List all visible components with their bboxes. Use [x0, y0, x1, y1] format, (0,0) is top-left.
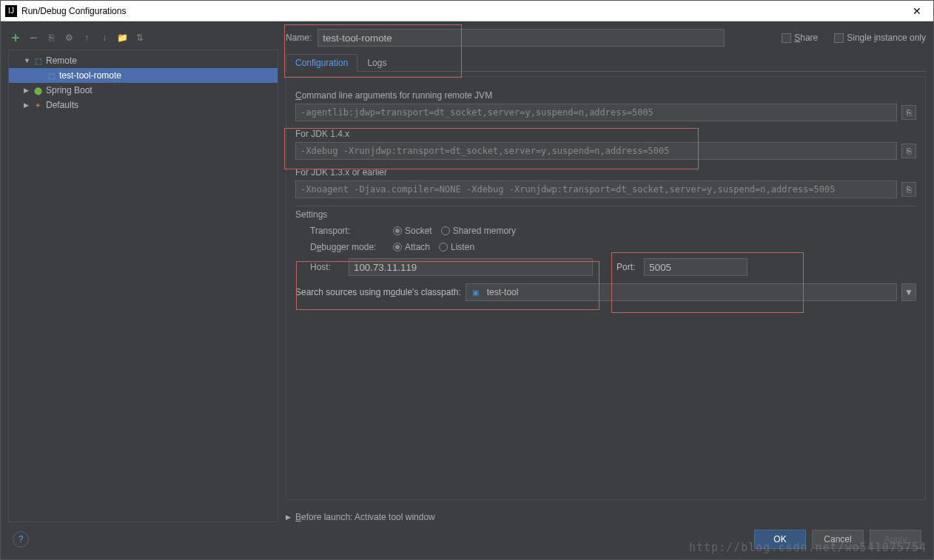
main: + − ⎘ ⚙ ↑ ↓ 📁 ⇅ ▼ ⬚ Remote ⬚ — [1, 21, 933, 559]
window-title: Run/Debug Configurations — [21, 6, 905, 16]
window: IJ Run/Debug Configurations ✕ + − ⎘ ⚙ ↑ … — [0, 0, 934, 560]
port-input[interactable] — [644, 258, 747, 276]
sidebar: + − ⎘ ⚙ ↑ ↓ 📁 ⇅ ▼ ⬚ Remote ⬚ — [8, 29, 278, 522]
config-panel: Command line arguments for running remot… — [286, 76, 926, 500]
port-label: Port: — [616, 262, 635, 272]
titlebar: IJ Run/Debug Configurations ✕ — [1, 1, 933, 21]
copy-button[interactable]: ⎘ — [901, 105, 916, 120]
debugger-listen-radio[interactable]: Listen — [439, 242, 474, 252]
transport-label: Transport: — [310, 226, 384, 236]
name-input[interactable] — [318, 29, 725, 47]
transport-row: Transport: Socket Shared memory — [310, 226, 916, 236]
copy-config-icon[interactable]: ⎘ — [45, 32, 57, 44]
tree-item-remote[interactable]: ▼ ⬚ Remote — [9, 53, 278, 68]
name-row: Name: Share Single instance only — [286, 29, 926, 47]
watermark: http://blog.csdn.net/wo541075754 — [689, 541, 927, 554]
add-icon[interactable]: + — [10, 32, 21, 44]
expand-icon[interactable]: ▶ — [24, 87, 31, 94]
tab-configuration[interactable]: Configuration — [286, 54, 357, 72]
expand-icon[interactable]: ▶ — [24, 101, 31, 109]
debugger-mode-row: Debugger mode: Attach Listen — [310, 242, 916, 252]
jdk13-field[interactable]: -Xnoagent -Djava.compiler=NONE -Xdebug -… — [295, 181, 897, 198]
copy-button[interactable]: ⎘ — [901, 182, 916, 197]
tree-item-test-tool-romote[interactable]: ⬚ test-tool-romote — [9, 68, 278, 83]
debugger-attach-radio[interactable]: Attach — [393, 242, 430, 252]
module-label: Search sources using module's classpath: — [295, 287, 461, 297]
settings-group: Settings Transport: Socket Shared memory — [295, 206, 916, 276]
radio-icon — [441, 226, 450, 235]
radio-label: Socket — [405, 226, 432, 236]
remove-icon[interactable]: − — [27, 32, 39, 44]
radio-icon — [439, 243, 448, 252]
expand-icon: ▶ — [286, 513, 291, 521]
settings-icon[interactable]: ⚙ — [63, 32, 75, 44]
host-label: Host: — [310, 262, 340, 272]
transport-socket-radio[interactable]: Socket — [393, 226, 432, 236]
radio-label: Listen — [451, 242, 474, 252]
defaults-icon: ✦ — [33, 100, 43, 110]
content: Name: Share Single instance only Configu… — [286, 29, 926, 522]
transport-shared-radio[interactable]: Shared memory — [441, 226, 516, 236]
host-port-row: Host: Port: — [310, 258, 916, 276]
body-area: + − ⎘ ⚙ ↑ ↓ 📁 ⇅ ▼ ⬚ Remote ⬚ — [8, 29, 926, 522]
help-button[interactable]: ? — [13, 531, 29, 547]
checkbox-icon — [782, 33, 791, 43]
expand-icon[interactable]: ▼ — [24, 57, 31, 64]
name-label: Name: — [286, 33, 312, 43]
share-label: Share — [794, 33, 818, 43]
remote-icon: ⬚ — [46, 70, 56, 81]
dropdown-icon[interactable]: ▼ — [901, 283, 916, 301]
radio-label: Attach — [405, 242, 430, 252]
tabs: Configuration Logs — [286, 54, 926, 72]
tree-item-defaults[interactable]: ▶ ✦ Defaults — [9, 98, 278, 112]
single-instance-label: Single instance only — [847, 33, 926, 43]
settings-label: Settings — [295, 209, 916, 220]
sidebar-toolbar: + − ⎘ ⚙ ↑ ↓ 📁 ⇅ — [8, 29, 278, 50]
cmd-field[interactable]: -agentlib:jdwp=transport=dt_socket,serve… — [295, 104, 897, 121]
radio-icon — [393, 226, 402, 235]
debugger-mode-label: Debugger mode: — [310, 242, 384, 252]
share-checkbox[interactable]: Share — [782, 33, 818, 43]
tree-label: test-tool-romote — [59, 70, 121, 81]
module-value: test-tool — [487, 287, 519, 297]
module-icon: ▣ — [471, 287, 481, 297]
cmd-label: Command line arguments for running remot… — [295, 90, 916, 101]
before-launch-label: Before launch: Activate tool window — [295, 512, 435, 522]
radio-icon — [393, 243, 402, 252]
app-icon: IJ — [5, 5, 17, 17]
folder-icon[interactable]: 📁 — [116, 32, 128, 44]
move-up-icon[interactable]: ↑ — [81, 32, 93, 44]
move-down-icon[interactable]: ↓ — [98, 32, 110, 44]
spring-icon: ⬤ — [33, 85, 43, 95]
config-tree: ▼ ⬚ Remote ⬚ test-tool-romote ▶ ⬤ Spring… — [8, 50, 278, 522]
remote-icon: ⬚ — [33, 55, 43, 66]
sort-icon[interactable]: ⇅ — [134, 32, 146, 44]
copy-button[interactable]: ⎘ — [901, 144, 916, 158]
jdk14-label: For JDK 1.4.x — [295, 129, 916, 139]
jdk13-label: For JDK 1.3.x or earlier — [295, 167, 916, 178]
tree-item-spring-boot[interactable]: ▶ ⬤ Spring Boot — [9, 83, 278, 98]
jdk14-field[interactable]: -Xdebug -Xrunjdwp:transport=dt_socket,se… — [295, 142, 897, 160]
tab-logs[interactable]: Logs — [357, 54, 396, 71]
tree-label: Defaults — [46, 100, 78, 110]
checkbox-icon — [834, 33, 844, 43]
module-row: Search sources using module's classpath:… — [295, 283, 916, 301]
before-launch[interactable]: ▶ Before launch: Activate tool window — [286, 512, 926, 522]
tree-label: Spring Boot — [46, 85, 93, 95]
single-instance-checkbox[interactable]: Single instance only — [834, 33, 926, 43]
host-input[interactable] — [349, 258, 593, 276]
tree-label: Remote — [46, 55, 77, 66]
module-select[interactable]: ▣ test-tool — [466, 283, 897, 301]
close-icon[interactable]: ✕ — [905, 5, 929, 17]
radio-label: Shared memory — [453, 226, 516, 236]
